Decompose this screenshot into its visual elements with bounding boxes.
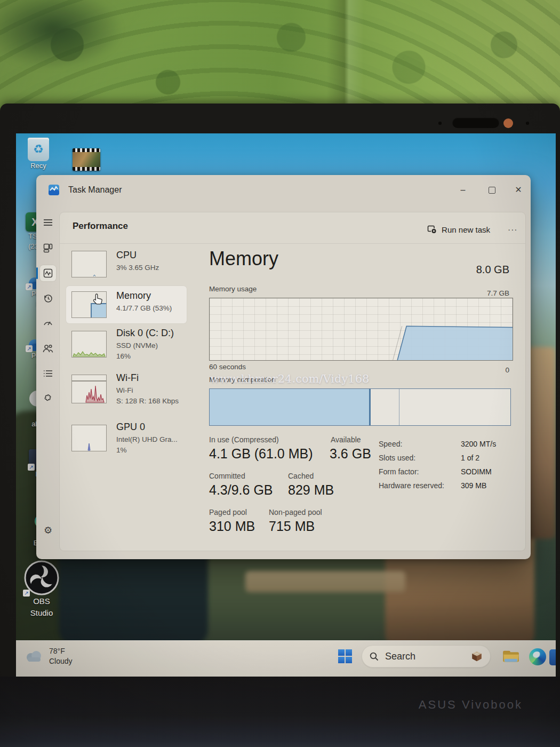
laptop: ♻ Recy X TSA (237 ↗ Pers	[0, 104, 560, 747]
memory-total-capacity: 8.0 GB	[476, 264, 509, 276]
stat-value: 3.6 GB	[330, 446, 371, 462]
wifi-thumbnail-receive	[71, 381, 107, 403]
gpu-thumbnail	[71, 425, 107, 451]
file-explorer-icon[interactable]	[502, 648, 519, 663]
obs-studio-icon[interactable]: ↗ OBS Studio	[22, 560, 61, 619]
selected-indicator	[36, 267, 38, 279]
search-label: Search	[385, 651, 465, 662]
timeline-right-label: 0	[505, 366, 509, 374]
hand-cursor-icon	[92, 293, 104, 307]
nav-users-icon[interactable]	[40, 340, 56, 356]
more-options-button[interactable]: ...	[508, 223, 518, 232]
stat-label: In use (Compressed)	[209, 435, 279, 444]
detail-label: Speed:	[379, 440, 402, 448]
memory-thumbnail	[71, 291, 107, 318]
laptop-brand-text: ASUS Vivobook	[419, 698, 523, 712]
webcam	[452, 117, 499, 128]
cloud-icon	[25, 650, 44, 663]
recycle-bin-glyph: ♻	[28, 138, 49, 161]
minimize-button[interactable]: –	[454, 182, 472, 197]
wifi-thumbnail-send	[71, 375, 107, 381]
taskbar: 78°F Cloudy Search	[16, 640, 556, 677]
photo-of-laptop: ♻ Recy X TSA (237 ↗ Pers	[0, 0, 560, 747]
shortcut-arrow-icon: ↗	[26, 283, 33, 290]
stat-label: Paged pool	[209, 508, 247, 516]
nav-startup-apps-icon[interactable]	[40, 315, 56, 331]
laptop-top-bezel	[0, 104, 560, 133]
memory-scale-max: 7.7 GB	[487, 289, 509, 297]
detail-value: SODIMM	[461, 467, 492, 476]
menu-hamburger-button[interactable]	[40, 214, 56, 231]
memory-usage-area	[397, 326, 513, 360]
search-box[interactable]: Search	[362, 645, 491, 667]
photo-watermark: www.khmer24.com/Vidy168	[210, 372, 369, 385]
video-file-icon[interactable]	[73, 148, 100, 171]
run-new-task-button[interactable]: Run new task	[423, 221, 494, 238]
detail-label: Slots used:	[379, 454, 415, 462]
settings-gear-icon[interactable]: ⚙	[40, 522, 56, 538]
shortcut-arrow-icon: ↗	[28, 464, 35, 471]
nav-app-history-icon[interactable]	[40, 290, 56, 306]
detail-label: Hardware reserved:	[379, 481, 444, 490]
screen: ♻ Recy X TSA (237 ↗ Pers	[16, 133, 556, 677]
detail-value: 309 MB	[461, 481, 486, 490]
weather-widget[interactable]: 78°F Cloudy	[25, 646, 73, 666]
window-title: Task Manager	[68, 185, 122, 195]
nav-processes-icon[interactable]	[40, 240, 56, 256]
detail-value: 1 of 2	[461, 454, 479, 462]
stat-value: 310 MB	[209, 519, 255, 534]
weather-temp: 78°F	[49, 646, 73, 656]
run-new-task-icon	[427, 225, 437, 234]
composition-in-use-segment	[210, 389, 371, 425]
start-button[interactable]	[338, 649, 352, 663]
memory-detail-title: Memory	[209, 248, 278, 270]
stat-value: 4.3/9.6 GB	[209, 482, 273, 498]
laptop-bottom-bezel: ASUS Vivobook	[0, 677, 560, 747]
weather-condition: Cloudy	[49, 656, 73, 666]
obs-label: OBS Studio	[22, 595, 61, 619]
task-manager-window: Task Manager – ✕	[36, 175, 531, 559]
recycle-bin-icon[interactable]: ♻ Recy	[23, 138, 53, 171]
nav-services-icon[interactable]	[40, 391, 56, 407]
timeline-left-label: 60 seconds	[209, 363, 246, 371]
composition-standby-divider	[399, 389, 399, 425]
navigation-rail: ⚙	[36, 205, 60, 559]
shortcut-arrow-icon: ↗	[26, 345, 33, 352]
stat-value: 4.1 GB (61.0 MB)	[209, 446, 313, 462]
edge-taskbar-icon[interactable]	[529, 648, 546, 665]
search-icon	[370, 652, 379, 661]
shortcut-arrow-icon: ↗	[23, 590, 30, 597]
stat-value: 829 MB	[288, 482, 334, 498]
stat-value: 715 MB	[269, 519, 315, 534]
nav-performance-icon[interactable]	[40, 265, 56, 281]
page-title: Performance	[73, 221, 128, 232]
stat-label: Cached	[288, 472, 314, 480]
taskbar-app-icon-partial[interactable]	[549, 649, 556, 665]
nav-details-icon[interactable]	[40, 365, 56, 382]
recycle-bin-label: Recy	[23, 161, 53, 171]
detail-value: 3200 MT/s	[461, 440, 496, 448]
search-highlight-cube-icon	[471, 650, 483, 662]
close-button[interactable]: ✕	[509, 182, 527, 197]
titlebar[interactable]: Task Manager – ✕	[36, 175, 531, 205]
task-manager-app-icon	[48, 184, 60, 196]
stat-label: Committed	[209, 472, 245, 480]
memory-usage-label: Memory usage	[209, 285, 257, 293]
maximize-button[interactable]	[483, 182, 501, 197]
memory-usage-graph	[209, 298, 513, 361]
disk-thumbnail	[71, 331, 107, 357]
webcam-indicator-dot	[503, 118, 513, 128]
detail-label: Form factor:	[379, 467, 419, 476]
stat-label: Non-paged pool	[269, 508, 322, 516]
cpu-thumbnail	[71, 251, 107, 277]
memory-composition-bar[interactable]	[209, 388, 511, 426]
stat-label: Available	[331, 435, 361, 444]
